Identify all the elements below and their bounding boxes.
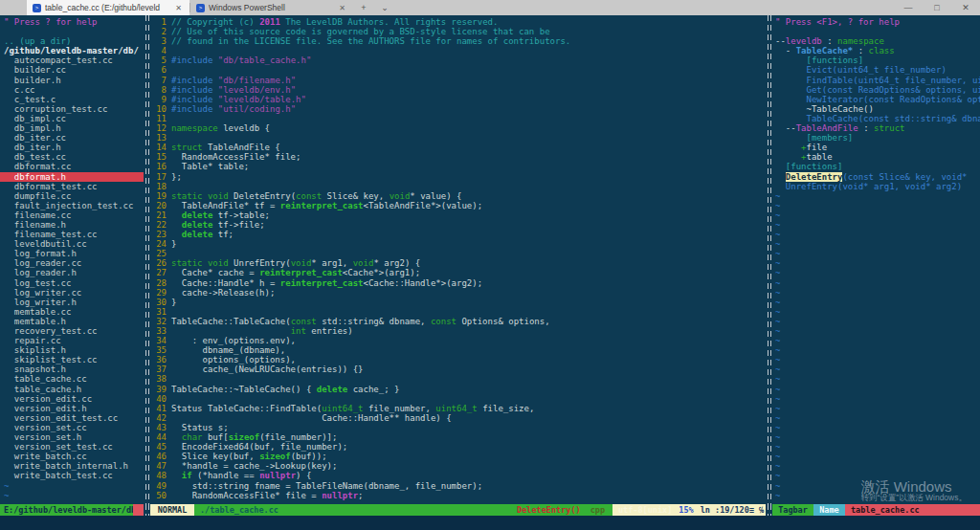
tree-item[interactable]: db_impl.h	[4, 123, 144, 133]
tree-item[interactable]: fault_injection_test.cc	[4, 201, 144, 210]
tree-item[interactable]: autocompact_test.cc	[4, 55, 144, 65]
tree-item[interactable]: leveldbutil.cc	[4, 239, 144, 249]
code-line[interactable]: 18	[150, 182, 766, 191]
tree-item[interactable]: version_set.h	[4, 432, 144, 442]
tree-item[interactable]: log_reader.h	[4, 268, 144, 277]
tag-item[interactable]: [members]	[775, 133, 980, 143]
tree-item[interactable]	[4, 27, 144, 36]
code-line[interactable]: 9#include "leveldb/table.h"	[150, 95, 766, 104]
tree-item[interactable]: skiplist.h	[4, 345, 144, 355]
tree-item[interactable]: db_test.cc	[4, 152, 144, 162]
code-line[interactable]: 38	[150, 374, 766, 384]
tag-item[interactable]: FindTable(uint64_t file_number, ui	[775, 76, 980, 85]
code-line[interactable]: 24}	[150, 239, 766, 249]
tag-item[interactable]: TableCache(const std::string& dbna	[775, 114, 980, 123]
tag-item[interactable]: Get(const ReadOptions& options, ui	[775, 85, 980, 95]
code-line[interactable]: 10#include "util/coding.h"	[150, 104, 766, 114]
code-line[interactable]: 35 dbname_(dbname),	[150, 345, 766, 355]
code-line[interactable]: 3// found in the LICENSE file. See the A…	[150, 36, 766, 46]
tag-item[interactable]: --TableAndFile : struct	[775, 123, 980, 133]
tree-item[interactable]: log_format.h	[4, 249, 144, 258]
tab-vim[interactable]: > table_cache.cc (E:/github/leveld ✕	[27, 0, 189, 15]
tree-item[interactable]: repair.cc	[4, 336, 144, 345]
code-line[interactable]: 8#include "leveldb/env.h"	[150, 85, 766, 95]
tree-item[interactable]: log_writer.h	[4, 298, 144, 307]
tree-item[interactable]: filename_test.cc	[4, 230, 144, 239]
code-line[interactable]: 15 RandomAccessFile* file;	[150, 152, 766, 162]
nerdtree-pane[interactable]: " Press ? for help.. (up a dir)/github/l…	[0, 15, 144, 504]
tree-item[interactable]: c.cc	[4, 85, 144, 95]
tree-item[interactable]: table_cache.cc	[4, 374, 144, 384]
tag-item[interactable]: [functions]	[775, 162, 980, 171]
tree-item[interactable]: memtable.h	[4, 317, 144, 326]
tree-item[interactable]: filename.h	[4, 220, 144, 230]
vim-command-line[interactable]	[0, 516, 980, 530]
code-line[interactable]: 34 : env_(options.env),	[150, 336, 766, 345]
code-line[interactable]: 6	[150, 65, 766, 75]
code-line[interactable]: 4	[150, 46, 766, 55]
tree-item[interactable]: memtable.cc	[4, 307, 144, 317]
tag-item[interactable]: +table	[775, 152, 980, 162]
tree-item[interactable]: " Press ? for help	[4, 17, 144, 27]
code-line[interactable]: 47 *handle = cache_->Lookup(key);	[150, 461, 766, 471]
tree-item[interactable]: version_edit_test.cc	[4, 413, 144, 423]
code-line[interactable]: 23 delete tf;	[150, 230, 766, 239]
code-line[interactable]: 43 Status s;	[150, 423, 766, 432]
tagbar-pane[interactable]: " Press <F1>, ? for help--leveldb : name…	[772, 15, 980, 504]
code-line[interactable]: 39TableCache::~TableCache() { delete cac…	[150, 385, 766, 394]
tag-item[interactable]: NewIterator(const ReadOptions& opt	[775, 95, 980, 104]
tag-item[interactable]: [functions]	[775, 55, 980, 65]
maximize-button[interactable]: □	[923, 0, 951, 15]
tree-item[interactable]: snapshot.h	[4, 364, 144, 374]
tree-item[interactable]: c_test.c	[4, 95, 144, 104]
code-line[interactable]: 5#include "db/table_cache.h"	[150, 55, 766, 65]
code-line[interactable]: 17};	[150, 172, 766, 182]
code-line[interactable]: 49 std::string fname = TableFileName(dbn…	[150, 481, 766, 491]
tree-item[interactable]: corruption_test.cc	[4, 104, 144, 114]
minimize-button[interactable]: —	[894, 0, 923, 15]
tab-powershell[interactable]: > Windows PowerShell ✕	[190, 0, 353, 15]
vertical-split-separator[interactable]	[144, 15, 150, 504]
tag-item[interactable]: DeleteEntry(const Slice& key, void*	[775, 172, 980, 182]
code-line[interactable]: 48 if (*handle == nullptr) {	[150, 471, 766, 480]
code-line[interactable]: 29 cache->Release(h);	[150, 288, 766, 298]
code-line[interactable]: 46 Slice key(buf, sizeof(buf));	[150, 452, 766, 461]
code-line[interactable]: 42 Cache::Handle** handle) {	[150, 413, 766, 423]
tree-item[interactable]: db_iter.h	[4, 143, 144, 152]
tree-item[interactable]: version_edit.cc	[4, 394, 144, 404]
tree-item[interactable]: write_batch_test.cc	[4, 471, 144, 480]
code-line[interactable]: 7#include "db/filename.h"	[150, 76, 766, 85]
code-line[interactable]: 50 RandomAccessFile* file = nullptr;	[150, 491, 766, 500]
code-line[interactable]: 32TableCache::TableCache(const std::stri…	[150, 317, 766, 326]
code-line[interactable]: 2// Use of this source code is governed …	[150, 27, 766, 36]
tab-dropdown-button[interactable]: ⌄	[374, 0, 395, 15]
new-tab-button[interactable]: +	[353, 0, 374, 15]
tree-item[interactable]: builder.cc	[4, 65, 144, 75]
code-line[interactable]: 31	[150, 307, 766, 317]
tab-close-icon[interactable]: ✕	[337, 4, 347, 12]
tree-item[interactable]: write_batch.cc	[4, 452, 144, 461]
code-line[interactable]: 33 int entries)	[150, 326, 766, 336]
tree-item[interactable]: dumpfile.cc	[4, 191, 144, 201]
tree-item[interactable]: .. (up a dir)	[4, 36, 144, 46]
tree-item[interactable]: builder.h	[4, 76, 144, 85]
code-line[interactable]: 14struct TableAndFile {	[150, 143, 766, 152]
vertical-split-separator[interactable]	[766, 15, 772, 504]
tag-item[interactable]	[775, 27, 980, 36]
tree-item[interactable]: dbformat_test.cc	[4, 182, 144, 191]
tag-item[interactable]: - TableCache* : class	[775, 46, 980, 55]
tree-item[interactable]: log_reader.cc	[4, 258, 144, 268]
code-pane[interactable]: 1// Copyright (c) 2011 The LevelDB Autho…	[150, 15, 766, 504]
tree-item[interactable]: skiplist_test.cc	[4, 355, 144, 364]
tree-item[interactable]: write_batch_internal.h	[4, 461, 144, 471]
code-line[interactable]: 11	[150, 114, 766, 123]
tree-item[interactable]: db_iter.cc	[4, 133, 144, 143]
tree-item[interactable]: table_cache.h	[4, 385, 144, 394]
tree-item[interactable]: version_edit.h	[4, 404, 144, 413]
tree-item[interactable]: log_writer.cc	[4, 288, 144, 298]
code-line[interactable]: 21 delete tf->table;	[150, 210, 766, 220]
code-line[interactable]: 22 delete tf->file;	[150, 220, 766, 230]
tree-item[interactable]: log_test.cc	[4, 278, 144, 288]
tag-item[interactable]: ~TableCache()	[775, 104, 980, 114]
tag-item[interactable]: +file	[775, 143, 980, 152]
